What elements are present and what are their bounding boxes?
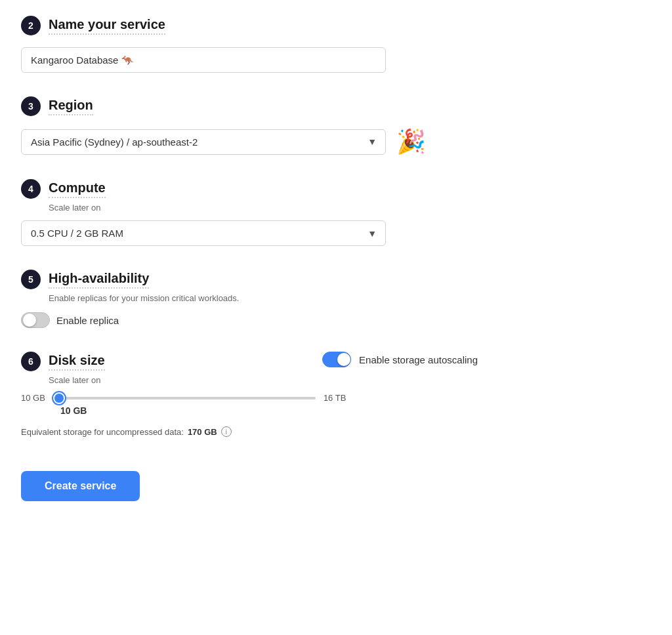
replica-toggle[interactable] bbox=[21, 312, 50, 328]
autoscale-label: Enable storage autoscaling bbox=[359, 354, 478, 365]
step-2-section: 2 Name your service bbox=[21, 16, 478, 73]
autoscale-toggle[interactable] bbox=[322, 352, 351, 367]
autoscale-toggle-knob bbox=[337, 353, 350, 366]
equiv-info-icon[interactable]: i bbox=[221, 426, 232, 437]
disk-slider-container: 10 GB 16 TB bbox=[21, 393, 478, 403]
create-service-button[interactable]: Create service bbox=[21, 471, 140, 501]
step-2-badge: 2 bbox=[21, 16, 41, 35]
service-name-input[interactable] bbox=[21, 47, 386, 73]
slider-current-value: 10 GB bbox=[60, 405, 478, 416]
footer-section: Create service bbox=[21, 461, 478, 501]
step-4-subtitle: Scale later on bbox=[49, 203, 478, 213]
equiv-storage-value: 170 GB bbox=[188, 427, 217, 437]
slider-min-label: 10 GB bbox=[21, 393, 45, 403]
autoscale-row: Enable storage autoscaling bbox=[322, 352, 478, 367]
slider-max-label: 16 TB bbox=[324, 393, 346, 403]
step-3-title: Region bbox=[49, 98, 93, 115]
step-6-header: 6 Disk size bbox=[21, 352, 322, 371]
step-4-section: 4 Compute Scale later on 0.5 CPU / 2 GB … bbox=[21, 179, 478, 246]
compute-select[interactable]: 0.5 CPU / 2 GB RAM 1 CPU / 4 GB RAM 2 CP… bbox=[21, 220, 386, 246]
equiv-storage-label: Equivalent storage for uncompressed data… bbox=[21, 427, 184, 437]
region-select[interactable]: Asia Pacific (Sydney) / ap-southeast-2 U… bbox=[21, 129, 386, 155]
region-row: Asia Pacific (Sydney) / ap-southeast-2 U… bbox=[21, 120, 478, 155]
step-5-section: 5 High-availability Enable replicas for … bbox=[21, 270, 478, 328]
step-6-title: Disk size bbox=[49, 353, 105, 371]
step-5-badge: 5 bbox=[21, 270, 41, 289]
step-6-subtitle: Scale later on bbox=[49, 375, 322, 385]
step-5-header: 5 High-availability bbox=[21, 270, 478, 289]
step-3-badge: 3 bbox=[21, 96, 41, 116]
disk-section-top: 6 Disk size Scale later on Enable storag… bbox=[21, 352, 478, 385]
replica-toggle-row: Enable replica bbox=[21, 312, 478, 328]
step-6-section: 6 Disk size Scale later on Enable storag… bbox=[21, 352, 478, 437]
step-4-header: 4 Compute bbox=[21, 179, 478, 199]
disk-size-slider[interactable] bbox=[53, 397, 316, 399]
step-4-badge: 4 bbox=[21, 179, 41, 199]
equiv-storage-row: Equivalent storage for uncompressed data… bbox=[21, 426, 478, 437]
region-select-wrapper: Asia Pacific (Sydney) / ap-southeast-2 U… bbox=[21, 129, 386, 155]
step-3-header: 3 Region bbox=[21, 96, 478, 116]
step-2-header: 2 Name your service bbox=[21, 16, 478, 35]
replica-toggle-label: Enable replica bbox=[56, 315, 119, 326]
step-4-title: Compute bbox=[49, 180, 106, 198]
step-6-badge: 6 bbox=[21, 352, 41, 371]
high-avail-description: Enable replicas for your mission critica… bbox=[49, 293, 478, 303]
step-3-section: 3 Region Asia Pacific (Sydney) / ap-sout… bbox=[21, 96, 478, 155]
party-popper-icon: 🎉 bbox=[396, 128, 426, 155]
step-2-title: Name your service bbox=[49, 17, 165, 35]
disk-section-left: 6 Disk size Scale later on bbox=[21, 352, 322, 385]
compute-select-wrapper: 0.5 CPU / 2 GB RAM 1 CPU / 4 GB RAM 2 CP… bbox=[21, 220, 386, 246]
replica-toggle-knob bbox=[23, 314, 36, 327]
step-5-title: High-availability bbox=[49, 271, 149, 289]
